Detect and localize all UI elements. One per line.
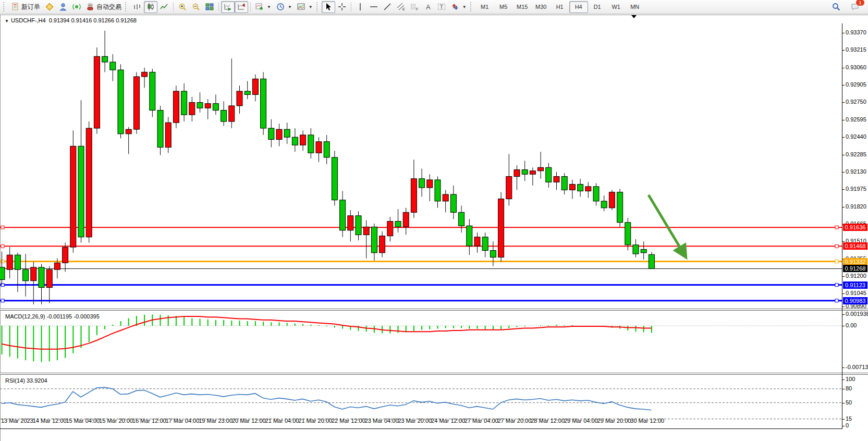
candle-body	[363, 227, 369, 235]
candle-body	[39, 267, 44, 288]
axis-tick	[842, 50, 845, 51]
axis-tick	[842, 307, 845, 307]
pane-separator[interactable]	[0, 373, 868, 375]
timeframe-M5[interactable]: M5	[494, 1, 513, 13]
candle-body	[332, 157, 337, 200]
text-icon: A	[424, 3, 432, 11]
timeframe-M15[interactable]: M15	[513, 1, 532, 13]
periods-button[interactable]: ▼	[274, 1, 295, 13]
crosshair-button[interactable]	[335, 1, 349, 13]
text-button[interactable]: A	[421, 1, 435, 13]
trend-arrow[interactable]	[649, 195, 686, 258]
time-tick-label: 17 Mar 04:00	[166, 418, 200, 424]
zoom-out-button[interactable]	[189, 1, 203, 13]
candle-body	[118, 70, 124, 134]
chat-button[interactable]: 1	[848, 1, 862, 13]
line-anchor[interactable]	[1, 284, 4, 287]
candle-body	[395, 222, 401, 227]
toolbar-grip	[125, 2, 128, 11]
chart-shift-button[interactable]	[235, 1, 248, 13]
candle-body	[205, 104, 211, 108]
cursor-button[interactable]	[322, 1, 335, 13]
line-anchor[interactable]	[835, 244, 838, 248]
line-anchor[interactable]	[835, 299, 838, 302]
auto-trading-button[interactable]: 自动交易	[83, 1, 124, 13]
toolbar-right: 1	[829, 1, 866, 13]
cursor-icon	[324, 3, 333, 11]
line-anchor[interactable]	[1, 299, 4, 302]
auto-scroll-button[interactable]	[221, 1, 235, 13]
rsi-tick-label: 80	[846, 385, 852, 391]
line-anchor[interactable]	[835, 284, 838, 287]
candle-body	[292, 137, 298, 145]
metaquotes-icon	[45, 3, 54, 11]
fibonacci-button[interactable]: F	[408, 1, 421, 13]
price-tick-label: 0.93060	[846, 64, 866, 70]
metaquotes-button[interactable]	[43, 1, 56, 13]
time-tick-label: 20 Mar 12:00	[232, 418, 266, 424]
line-chart-icon	[160, 3, 168, 11]
zoom-in-button[interactable]	[176, 1, 189, 13]
price-level-badge: 0.91268	[843, 265, 867, 272]
timeframe-M30[interactable]: M30	[532, 1, 551, 13]
candle-body	[554, 177, 559, 182]
add-indicator-button[interactable]: ▼	[253, 1, 274, 13]
horizontal-line-button[interactable]	[367, 1, 381, 13]
tile-windows-button[interactable]	[203, 1, 216, 13]
rsi-line	[2, 387, 651, 410]
templates-button[interactable]: ▼	[295, 1, 315, 13]
line-anchor[interactable]	[835, 260, 838, 263]
pane-separator[interactable]	[0, 309, 868, 311]
timeframe-M1[interactable]: M1	[475, 1, 494, 13]
macd-pane[interactable]	[0, 311, 842, 373]
dropdown-arrow-icon: ▼	[267, 5, 271, 9]
search-button[interactable]	[829, 1, 843, 13]
line-chart-button[interactable]	[157, 1, 171, 13]
profile-button[interactable]	[56, 1, 70, 13]
auto-scroll-icon	[224, 3, 232, 11]
timeframe-D1[interactable]: D1	[588, 1, 607, 13]
new-order-button[interactable]: 新订单	[8, 1, 43, 13]
arrows-icon	[451, 3, 459, 11]
chart-shift-icon	[237, 3, 246, 11]
axis-tick	[842, 120, 845, 120]
time-tick-label: 29 Mar 20:00	[597, 418, 631, 424]
trendline-button[interactable]	[381, 1, 394, 13]
candlestick-chart[interactable]	[0, 23, 842, 309]
line-anchor[interactable]	[835, 226, 838, 229]
toolbar-grip	[316, 2, 320, 11]
candle-body	[197, 102, 203, 108]
horizontal-line-icon	[370, 3, 378, 11]
line-anchor[interactable]	[1, 244, 4, 248]
vertical-line-button[interactable]	[353, 1, 367, 13]
timeframe-H4[interactable]: H4	[569, 1, 588, 13]
line-anchor[interactable]	[1, 226, 4, 229]
timeframe-H1[interactable]: H1	[551, 1, 569, 13]
axis-tick	[842, 403, 845, 403]
candle-body	[70, 146, 76, 247]
candlestick-chart-type-button[interactable]	[144, 1, 157, 13]
signals-button[interactable]	[70, 1, 83, 13]
candle-body	[237, 91, 242, 106]
timeframe-MN[interactable]: MN	[626, 1, 644, 13]
timeframe-W1[interactable]: W1	[607, 1, 626, 13]
arrows-button[interactable]: ▼	[448, 1, 469, 13]
axis-tick	[842, 379, 845, 380]
equidistant-channel-button[interactable]: E	[394, 1, 408, 13]
candle-body	[411, 179, 417, 213]
candle-body	[46, 270, 52, 287]
candle-body	[276, 129, 282, 139]
text-label-button[interactable]: T	[435, 1, 448, 13]
main-toolbar: 新订单 自动交易	[0, 0, 868, 14]
candle-body	[601, 201, 607, 208]
axis-tick	[842, 293, 845, 294]
price-tick-label: 0.91975	[846, 186, 866, 192]
bar-chart-button[interactable]	[130, 1, 144, 13]
candle-body	[593, 187, 599, 201]
candle-body	[324, 142, 329, 157]
price-tick-label: 0.93215	[846, 46, 866, 53]
candle-body	[0, 267, 5, 280]
line-anchor[interactable]	[1, 260, 4, 263]
candle-body	[371, 227, 377, 252]
time-tick-label: 28 Mar 12:00	[531, 418, 565, 424]
